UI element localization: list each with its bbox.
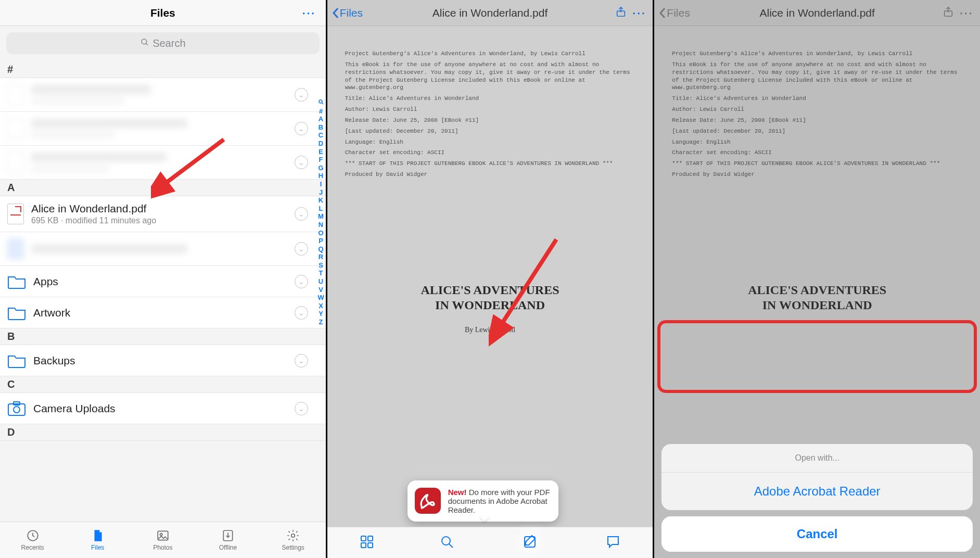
svg-rect-16 <box>361 543 366 548</box>
svg-rect-2 <box>8 404 25 415</box>
search-icon <box>440 535 454 549</box>
folder-icon <box>7 274 26 289</box>
photo-icon <box>156 529 170 542</box>
search-button[interactable] <box>440 535 454 551</box>
pdf-viewer-screen: Files Alice in Wonderland.pdf ●●● Projec… <box>327 0 653 558</box>
folder-label: Camera Uploads <box>33 402 287 415</box>
folder-apps[interactable]: Apps ⌄ <box>0 266 326 297</box>
folder-label: Apps <box>33 275 287 288</box>
tab-photos[interactable]: Photos <box>130 522 195 558</box>
svg-point-0 <box>142 39 147 44</box>
acrobat-app-icon <box>415 488 441 514</box>
svg-line-1 <box>146 43 148 45</box>
list-item-alice[interactable]: Alice in Wonderland.pdf 695 KB · modifie… <box>0 196 326 232</box>
action-sheet-title: Open with... <box>661 444 973 473</box>
tab-bar: Recents Files Photos Offline Settings <box>0 522 326 558</box>
clock-icon <box>26 529 40 542</box>
open-with-screen: Files Alice in Wonderland.pdf ●●● Projec… <box>654 0 980 558</box>
chevron-down-icon[interactable]: ⌄ <box>295 306 308 320</box>
open-with-acrobat-button[interactable]: Adobe Acrobat Reader <box>661 473 973 510</box>
comment-icon <box>606 535 620 549</box>
list-item[interactable]: ⌄ <box>0 78 326 112</box>
folder-icon <box>7 353 26 369</box>
edit-icon <box>523 535 537 549</box>
section-header-a: A <box>0 180 326 196</box>
list-item[interactable]: ⌄ <box>0 146 326 180</box>
file-meta: 695 KB · modified 11 minutes ago <box>31 216 287 225</box>
folder-label: Backups <box>33 354 287 367</box>
chevron-down-icon[interactable]: ⌄ <box>295 122 308 135</box>
search-input[interactable]: Search <box>6 32 320 54</box>
svg-point-18 <box>442 537 450 545</box>
svg-rect-8 <box>158 531 168 540</box>
section-header-d: D <box>0 424 326 441</box>
chevron-down-icon[interactable]: ⌄ <box>295 207 308 221</box>
tab-settings[interactable]: Settings <box>261 522 326 558</box>
list-item[interactable]: ⌄ <box>0 112 326 146</box>
search-icon <box>318 99 324 107</box>
svg-line-19 <box>449 544 453 548</box>
new-badge: New! <box>448 488 467 497</box>
bottom-toolbar <box>327 527 653 558</box>
gear-icon <box>286 529 300 542</box>
tab-offline[interactable]: Offline <box>195 522 260 558</box>
cancel-button[interactable]: Cancel <box>661 516 973 552</box>
page-title: Files <box>150 7 175 19</box>
tab-files[interactable]: Files <box>65 522 130 558</box>
action-sheet: Open with... Adobe Acrobat Reader Cancel <box>661 444 973 552</box>
section-header-hash: # <box>0 61 326 78</box>
svg-rect-15 <box>368 536 373 541</box>
chevron-down-icon[interactable]: ⌄ <box>295 402 308 415</box>
svg-rect-17 <box>368 543 373 548</box>
folder-camera-uploads[interactable]: Camera Uploads ⌄ <box>0 393 326 424</box>
svg-point-5 <box>319 100 322 103</box>
comment-button[interactable] <box>606 535 620 551</box>
tab-recents[interactable]: Recents <box>0 522 65 558</box>
chevron-down-icon[interactable]: ⌄ <box>295 88 308 102</box>
list-item[interactable]: ⌄ <box>0 232 326 266</box>
chevron-down-icon[interactable]: ⌄ <box>295 275 308 288</box>
svg-line-6 <box>322 103 323 105</box>
pdf-file-icon <box>7 204 24 224</box>
section-header-b: B <box>0 328 326 345</box>
gallery-button[interactable] <box>360 535 374 551</box>
tooltip-popup[interactable]: New! Do more with your PDF documents in … <box>408 480 558 522</box>
popup-text: New! Do more with your PDF documents in … <box>448 488 551 514</box>
svg-point-11 <box>291 534 295 538</box>
grid-icon <box>360 535 374 549</box>
camera-folder-icon <box>7 401 26 416</box>
folder-icon <box>7 305 26 321</box>
file-name: Alice in Wonderland.pdf <box>31 202 287 215</box>
folder-label: Artwork <box>33 307 287 319</box>
chevron-down-icon[interactable]: ⌄ <box>295 354 308 367</box>
index-scrubber[interactable]: #ABCDEFGHIJKLMNOPQRSTUVWXYZ <box>317 99 324 326</box>
section-header-c: C <box>0 376 326 393</box>
svg-point-9 <box>160 534 162 536</box>
svg-rect-14 <box>361 536 366 541</box>
edit-button[interactable] <box>519 531 540 554</box>
chevron-down-icon[interactable]: ⌄ <box>295 242 308 256</box>
download-icon <box>221 529 235 542</box>
search-placeholder: Search <box>152 37 185 49</box>
more-icon[interactable]: ●●● <box>302 10 316 15</box>
folder-artwork[interactable]: Artwork ⌄ <box>0 297 326 328</box>
search-icon <box>140 37 149 49</box>
file-icon <box>91 529 105 542</box>
header-bar: Files ●●● <box>0 0 326 26</box>
svg-point-3 <box>14 407 20 413</box>
files-list-screen: Files ●●● Search # ⌄ ⌄ ⌄ A Alice in Wond… <box>0 0 326 558</box>
folder-backups[interactable]: Backups ⌄ <box>0 345 326 376</box>
dim-overlay <box>327 0 653 558</box>
chevron-down-icon[interactable]: ⌄ <box>295 156 308 169</box>
